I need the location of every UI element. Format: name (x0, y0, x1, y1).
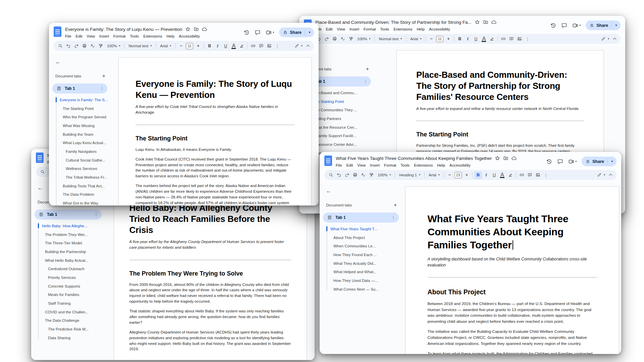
font-size-input[interactable]: 23 (454, 172, 462, 178)
search-icon[interactable] (56, 42, 64, 50)
share-dropdown-icon[interactable]: ▾ (610, 160, 614, 163)
font-size-decrease-button[interactable]: − (427, 35, 435, 43)
outline-item[interactable]: Staff Training (31, 299, 106, 308)
hide-menus-icon[interactable] (307, 45, 310, 48)
outline-item[interactable]: The Problem They Wer... (31, 230, 106, 239)
google-docs-icon[interactable] (36, 153, 44, 163)
document-title[interactable]: Everyone is Family: The Story of Luqu Ke… (65, 27, 182, 32)
menu-item-insert[interactable]: Insert (370, 163, 380, 167)
editing-mode-button[interactable]: ▾ (594, 171, 606, 179)
outline-item[interactable]: Everyone is Family: The S... (49, 96, 111, 104)
italic-button[interactable]: I (464, 35, 472, 43)
move-to-folder-icon[interactable] (483, 19, 488, 25)
menu-item-edit[interactable]: Edit (346, 163, 353, 167)
outline-item[interactable]: Priority Services (31, 273, 106, 282)
font-select[interactable]: Arial▾ (158, 42, 173, 50)
insert-link-icon[interactable] (518, 171, 526, 179)
highlight-color-icon[interactable] (238, 42, 246, 50)
insert-link-icon[interactable] (249, 42, 257, 50)
insert-image-icon[interactable] (534, 171, 542, 179)
outline-item[interactable]: The Tribal Wellness Fr... (49, 173, 111, 182)
outline-item[interactable]: What Luqu Kenu Actual... (49, 138, 111, 147)
outline-item[interactable]: What Hello Baby Actual... (31, 256, 106, 265)
doc-subtitle-text[interactable]: A five-year effort to expand and refine … (416, 106, 584, 112)
font-size-increase-button[interactable]: + (444, 35, 452, 43)
highlight-color-icon[interactable] (506, 171, 514, 179)
redo-icon[interactable] (343, 171, 351, 179)
tab-options-icon[interactable]: ⋮ (100, 86, 104, 91)
google-docs-icon[interactable] (324, 156, 332, 166)
share-button[interactable]: Share ▾ (279, 27, 314, 37)
menu-item-help[interactable]: Help (437, 163, 445, 167)
outline-item[interactable]: Hello Baby: How Alleghe... (31, 222, 106, 230)
menu-item-accessibility[interactable]: Accessibility (429, 27, 450, 31)
font-size-input[interactable]: 11 (186, 43, 193, 49)
menu-item-file[interactable]: File (336, 163, 342, 167)
google-docs-icon[interactable] (54, 26, 61, 37)
insert-link-icon[interactable] (499, 35, 507, 43)
menu-item-format[interactable]: Format (364, 27, 376, 31)
outline-item[interactable]: What They Actually Did... (320, 259, 403, 268)
outline-item[interactable]: Concrete Supports (31, 282, 106, 291)
outline-item[interactable]: What Was Missing (49, 121, 111, 130)
bold-button[interactable]: B (474, 171, 482, 179)
add-tab-icon[interactable]: + (394, 202, 397, 208)
comments-icon[interactable] (561, 22, 567, 28)
version-history-icon[interactable] (546, 159, 552, 165)
bold-button[interactable]: B (456, 35, 464, 43)
add-comment-icon[interactable] (257, 42, 265, 50)
insert-image-icon[interactable] (265, 42, 273, 50)
tab-options-icon[interactable]: ⋮ (391, 215, 395, 220)
share-button[interactable]: Share ▾ (582, 157, 616, 166)
toolbar-more-icon[interactable]: ⋮ (542, 171, 550, 179)
font-size-increase-button[interactable]: + (194, 42, 202, 50)
insert-image-icon[interactable] (516, 35, 523, 43)
outline-item[interactable]: Building the Partnership (31, 247, 106, 256)
outline-item[interactable]: When Communities Le... (320, 242, 403, 250)
doc-paragraph[interactable]: Luqu Kenu. In Athabaskan, it means Every… (136, 147, 294, 153)
search-icon[interactable] (327, 171, 335, 179)
outline-item[interactable]: What Helped and What... (320, 267, 403, 276)
menu-item-tools[interactable]: Tools (400, 163, 410, 167)
print-icon[interactable] (80, 42, 88, 50)
star-icon[interactable] (185, 26, 191, 32)
underline-button[interactable]: U (222, 42, 229, 50)
doc-paragraph[interactable]: Between 2018 and 2019, the Children's Bu… (428, 301, 597, 325)
italic-button[interactable]: I (214, 42, 221, 50)
move-to-folder-icon[interactable] (503, 156, 508, 161)
doc-title-text[interactable]: Place-Based and Community-Driven: The St… (416, 69, 584, 103)
font-size-input[interactable]: 11 (436, 36, 443, 42)
tab-item[interactable]: Tab 1 ⋮ (35, 209, 102, 220)
version-history-icon[interactable] (244, 29, 250, 36)
zoom-select[interactable]: 100%▾ (355, 35, 373, 43)
underline-button[interactable]: U (490, 171, 498, 179)
highlight-color-icon[interactable] (488, 35, 496, 43)
font-size-decrease-button[interactable]: − (177, 42, 185, 50)
doc-paragraph[interactable]: To learn from what these projects built,… (428, 351, 597, 354)
share-dropdown-icon[interactable]: ▾ (307, 31, 312, 34)
outline-item[interactable]: Meals for Families (31, 291, 106, 299)
menu-item-file[interactable]: File (65, 34, 71, 38)
paint-format-icon[interactable] (347, 35, 355, 43)
menu-item-format[interactable]: Format (384, 163, 396, 167)
menu-item-tools[interactable]: Tools (380, 27, 389, 31)
outline-item[interactable]: Building the Team (49, 130, 111, 139)
doc-subtitle-text[interactable]: A five-year effort by Cook Inlet Tribal … (136, 104, 294, 116)
video-call-button[interactable]: ▾ (572, 22, 581, 28)
editing-mode-button[interactable]: ▾ (598, 35, 610, 43)
add-comment-icon[interactable] (507, 35, 515, 43)
outline-item[interactable]: The Predictive Risk M... (31, 325, 106, 334)
video-call-button[interactable]: ▾ (568, 159, 577, 165)
hide-menus-icon[interactable] (609, 174, 612, 177)
search-icon[interactable] (39, 168, 46, 176)
outline-item[interactable]: The Starting Point (49, 104, 111, 113)
outline-item[interactable]: Cultural Social Gathe... (49, 156, 111, 165)
doc-heading[interactable]: The Starting Point (136, 135, 294, 142)
undo-icon[interactable] (335, 171, 343, 179)
outline-item[interactable]: The Data Problem (49, 190, 111, 199)
share-dropdown-icon[interactable]: ▾ (614, 24, 619, 27)
comments-icon[interactable] (557, 159, 563, 165)
star-icon[interactable] (475, 19, 480, 25)
menu-item-extensions[interactable]: Extensions (393, 27, 412, 31)
close-sidebar-icon[interactable]: ← (326, 188, 403, 194)
